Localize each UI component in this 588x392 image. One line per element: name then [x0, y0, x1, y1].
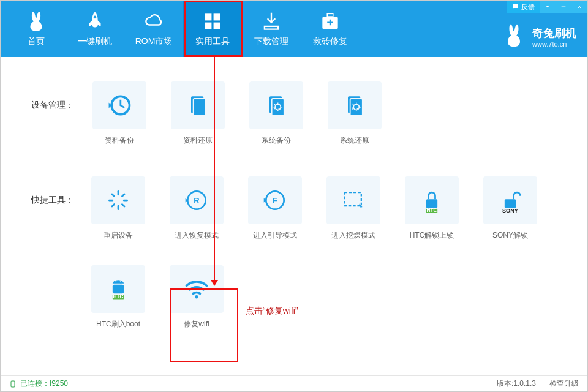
doc-stack-icon [184, 92, 211, 119]
tile-label: 资料还原 [183, 135, 213, 146]
svg-rect-4 [214, 23, 221, 29]
chat-icon [511, 3, 519, 10]
nav-label: 救砖修复 [313, 36, 347, 47]
nav-tools[interactable]: 实用工具 [183, 1, 242, 57]
doc-gear-icon [263, 92, 290, 119]
status-version: 版本:1.0.1.3 [497, 379, 536, 389]
svg-text:F: F [273, 196, 277, 205]
svg-text:HTC: HTC [427, 208, 437, 213]
tile-label: HTC解锁上锁 [410, 230, 454, 241]
doc-gear-icon [341, 92, 368, 119]
tile-recovery[interactable]: R 进入恢复模式 [170, 176, 224, 241]
content-area: 设备管理： 资料备份 资料还原 系统备份 系统还原 [1, 57, 587, 375]
download-icon [260, 10, 283, 32]
nav-label: 下载管理 [254, 36, 288, 47]
nav-label: 实用工具 [195, 36, 230, 47]
tile-sony-unlock[interactable]: SONY SONY解锁 [483, 176, 537, 241]
tile-label: 进入挖煤模式 [331, 230, 375, 241]
feedback-label: 反馈 [521, 2, 535, 12]
svg-rect-34 [11, 381, 15, 387]
svg-rect-20 [344, 192, 361, 206]
nav-home[interactable]: 首页 [7, 1, 66, 57]
phone-icon [9, 380, 17, 388]
tile-backup-system[interactable]: 系统备份 [249, 81, 303, 146]
sony-lock-icon: SONY [497, 187, 524, 214]
brand-title: 奇兔刷机 [532, 26, 576, 40]
brand-url: www.7to.cn [532, 40, 576, 48]
tile-label: 系统还原 [340, 135, 369, 146]
status-text: 已连接：I9250 [20, 379, 68, 389]
tile-restore-data[interactable]: 资料还原 [171, 81, 225, 146]
tile-label: 进入引导模式 [253, 230, 297, 241]
section-label: 快捷工具： [31, 176, 91, 206]
svg-rect-0 [562, 7, 566, 7]
status-check-update[interactable]: 检查升级 [549, 379, 579, 389]
wifi-icon [183, 276, 210, 303]
brand: 奇兔刷机 www.7to.cn [502, 23, 576, 50]
svg-rect-9 [194, 99, 206, 116]
cloud-icon [142, 10, 165, 32]
close-button[interactable] [571, 1, 587, 13]
annotation-arrow [214, 57, 215, 285]
grid-icon [201, 10, 224, 32]
svg-rect-26 [113, 285, 124, 294]
svg-point-33 [195, 295, 198, 299]
nav-rescue[interactable]: 救砖修复 [301, 1, 360, 57]
rocket-icon [83, 10, 107, 32]
tile-label: 重启设备 [104, 230, 133, 241]
rabbit-icon [24, 10, 48, 32]
tile-label: HTC刷入boot [96, 319, 140, 330]
svg-rect-3 [205, 23, 211, 29]
tile-fix-wifi[interactable]: 修复wifi [170, 265, 224, 330]
nav-flash[interactable]: 一键刷机 [66, 1, 124, 57]
close-icon [576, 4, 582, 10]
svg-rect-21 [426, 199, 437, 208]
tile-backup-data[interactable]: 资料备份 [92, 81, 146, 146]
tile-reboot[interactable]: 重启设备 [91, 176, 145, 241]
feedback-button[interactable]: 反馈 [507, 1, 540, 13]
annotation-text: 点击“修复wifi” [246, 306, 298, 317]
android-htc-icon: HTC [105, 276, 132, 303]
tile-label: 系统备份 [262, 135, 291, 146]
tile-fastboot[interactable]: F 进入引导模式 [248, 176, 302, 241]
section-label: 设备管理： [31, 81, 92, 111]
svg-text:R: R [194, 196, 199, 205]
dropdown-button[interactable] [540, 1, 556, 13]
circle-r-icon: R [183, 187, 210, 214]
tile-restore-system[interactable]: 系统还原 [328, 81, 382, 146]
nav-label: ROM市场 [135, 36, 173, 47]
tile-label: 修复wifi [184, 319, 209, 330]
tile-label: SONY解锁 [492, 230, 528, 241]
section-quick: 快捷工具： 重启设备 R 进入恢复模式 F 进入引导模式 进入挖煤模式 [31, 176, 569, 330]
nav-label: 一键刷机 [78, 36, 112, 47]
circle-f-icon: F [262, 187, 288, 214]
svg-text:SONY: SONY [502, 208, 518, 214]
section-device: 设备管理： 资料备份 资料还原 系统备份 系统还原 [31, 81, 569, 146]
svg-rect-2 [214, 13, 221, 20]
svg-text:HTC: HTC [113, 294, 124, 300]
dashed-box-icon [340, 187, 367, 214]
tile-download-mode[interactable]: 进入挖煤模式 [326, 176, 380, 241]
svg-rect-6 [327, 13, 333, 17]
tile-label: 进入恢复模式 [175, 230, 219, 241]
statusbar: 已连接：I9250 版本:1.0.1.3 检查升级 [1, 375, 587, 391]
header-nav: 首页 一键刷机 ROM市场 实用工具 下载管理 救砖修复 奇兔刷机 www.7t… [1, 1, 587, 57]
tile-label: 资料备份 [105, 135, 134, 146]
medkit-icon [318, 10, 342, 32]
nav-label: 首页 [28, 36, 45, 47]
tile-htc-lock[interactable]: HTC HTC解锁上锁 [405, 176, 459, 241]
nav-rom[interactable]: ROM市场 [124, 1, 183, 57]
chevron-down-icon [545, 4, 551, 10]
loading-icon [105, 187, 132, 214]
clock-back-icon [106, 92, 133, 119]
status-connected: 已连接：I9250 [9, 379, 68, 389]
minimize-icon [560, 4, 567, 10]
tile-htc-boot[interactable]: HTC HTC刷入boot [91, 265, 145, 330]
brand-rabbit-icon [502, 23, 526, 50]
nav-download[interactable]: 下载管理 [242, 1, 301, 57]
window-controls: 反馈 [507, 1, 587, 13]
svg-rect-1 [205, 13, 211, 20]
svg-rect-24 [505, 199, 516, 208]
minimize-button[interactable] [556, 1, 571, 13]
svg-point-30 [120, 281, 121, 282]
